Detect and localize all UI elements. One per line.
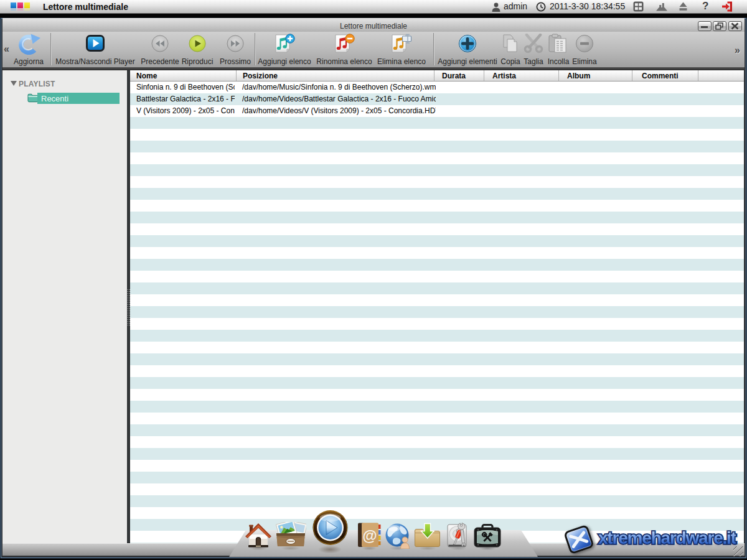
svg-text:@: @	[362, 527, 377, 544]
